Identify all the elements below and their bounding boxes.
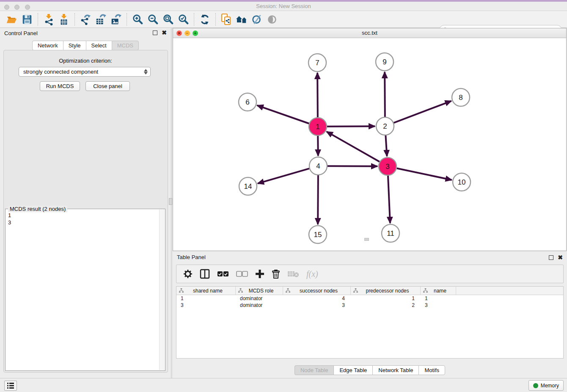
table-tab-motifs[interactable]: Motifs (418, 365, 445, 375)
toolbar-separator (194, 13, 194, 26)
control-panel-header: Control Panel ✖ (0, 28, 171, 39)
edge-1-4[interactable] (318, 136, 318, 156)
task-history-button[interactable] (4, 381, 17, 391)
add-row-icon[interactable] (255, 269, 264, 279)
table-tab-network-table[interactable]: Network Table (372, 365, 418, 375)
mcds-result-text[interactable]: 1 3 (6, 210, 159, 370)
edge-1-2[interactable] (327, 126, 375, 127)
edge-4-14[interactable] (258, 168, 309, 183)
toolbar-separator (215, 13, 216, 26)
toolbar-separator (74, 13, 75, 26)
column-header-predecessor-nodes[interactable]: predecessor nodes (351, 287, 421, 295)
criterion-dropdown[interactable]: strongly connected component (19, 67, 151, 77)
duplicate-network-icon[interactable] (219, 13, 234, 26)
table-panel: Table Panel ✖ (173, 252, 567, 378)
edge-2-3[interactable] (385, 135, 387, 156)
float-panel-icon[interactable] (549, 255, 553, 260)
cell-name[interactable]: 3 (421, 302, 456, 309)
close-panel-icon[interactable]: ✖ (162, 30, 167, 35)
table-toolbar: f(x) (176, 265, 564, 283)
column-header-name[interactable]: name (421, 287, 456, 295)
canvas-resize-handle[interactable] (364, 238, 369, 241)
node-label-8: 8 (459, 94, 462, 102)
column-header-MCDS-role[interactable]: MCDS role (236, 287, 283, 295)
refresh-layout-icon[interactable] (197, 13, 212, 26)
save-session-icon[interactable] (19, 13, 35, 26)
application-window: Session: New Session (0, 0, 567, 392)
table-tab-edge-table[interactable]: Edge Table (333, 365, 372, 375)
table-header-row: shared nameMCDS rolesuccessor nodesprede… (176, 287, 563, 295)
zoom-out-icon[interactable] (145, 13, 160, 26)
node-table[interactable]: shared nameMCDS rolesuccessor nodesprede… (176, 286, 564, 359)
network-minimize-button[interactable]: − (184, 30, 190, 36)
table-tab-node-table[interactable]: Node Table (295, 365, 334, 375)
table-rows: 1dominator4113dominator323 (176, 295, 563, 309)
column-header-successor-nodes[interactable]: successor nodes (283, 287, 351, 295)
delete-row-icon[interactable] (272, 269, 280, 279)
float-panel-icon[interactable] (153, 30, 157, 35)
open-session-icon[interactable] (4, 13, 19, 26)
table-row[interactable]: 1dominator411 (176, 295, 563, 302)
control-tab-network[interactable]: Network (32, 41, 63, 50)
column-header-shared-name[interactable]: shared name (176, 287, 236, 295)
run-mcds-button[interactable]: Run MCDS (40, 81, 80, 91)
network-canvas[interactable]: 7968124314101511 (173, 38, 566, 251)
edge-3-1[interactable] (327, 132, 380, 162)
export-network-icon[interactable] (78, 13, 93, 26)
cell-MCDS-role[interactable]: dominator (236, 295, 283, 302)
slashed-eye-icon[interactable] (249, 13, 264, 26)
zoom-in-icon[interactable] (130, 13, 145, 26)
edge-4-3[interactable] (328, 166, 377, 166)
export-table-icon[interactable] (93, 13, 108, 26)
edge-4-15[interactable] (318, 175, 318, 224)
node-label-11: 11 (387, 229, 394, 237)
import-table-icon[interactable] (56, 13, 72, 26)
network-window-titlebar: ✕ − + scc.txt (173, 28, 566, 38)
node-label-10: 10 (458, 178, 466, 186)
control-tab-style[interactable]: Style (63, 41, 86, 50)
close-panel-button[interactable]: Close panel (85, 81, 130, 91)
edge-2-9[interactable] (385, 72, 385, 117)
houses-icon[interactable] (234, 13, 249, 26)
toolbar-separator (38, 13, 38, 26)
memory-label: Memory (541, 383, 559, 389)
edge-3-10[interactable] (397, 168, 452, 180)
control-panel-title: Control Panel (0, 28, 171, 39)
settings-gear-icon[interactable] (183, 269, 193, 279)
node-label-2: 2 (383, 122, 387, 130)
edge-2-8[interactable] (394, 101, 451, 123)
close-panel-icon[interactable]: ✖ (558, 255, 563, 260)
result-scrollbar[interactable] (159, 210, 165, 370)
cell-MCDS-role[interactable]: dominator (236, 302, 283, 309)
import-network-icon[interactable] (41, 13, 56, 26)
cell-shared-name[interactable]: 1 (176, 295, 236, 302)
cell-successor-nodes[interactable]: 4 (283, 295, 351, 302)
cell-successor-nodes[interactable]: 3 (283, 302, 351, 309)
cell-predecessor-nodes[interactable]: 2 (351, 302, 421, 309)
edge-1-7[interactable] (317, 73, 318, 117)
function-builder-icon: f(x) (306, 269, 318, 279)
memory-button[interactable]: Memory (528, 380, 564, 391)
network-maximize-button[interactable]: + (193, 30, 198, 36)
cell-shared-name[interactable]: 3 (176, 302, 236, 309)
main-toolbar (0, 11, 567, 28)
zoom-selected-icon[interactable] (176, 13, 191, 26)
cell-name[interactable]: 1 (421, 295, 456, 302)
deselect-all-icon[interactable] (236, 271, 248, 277)
split-columns-icon[interactable] (200, 269, 210, 279)
node-label-14: 14 (244, 182, 252, 190)
cell-predecessor-nodes[interactable]: 1 (351, 295, 421, 302)
edge-1-6[interactable] (257, 105, 309, 124)
export-image-icon[interactable] (108, 13, 124, 26)
zoom-fit-icon[interactable] (160, 13, 176, 26)
control-tab-select[interactable]: Select (86, 41, 112, 50)
select-all-icon[interactable] (217, 271, 229, 277)
panel-divider-handle[interactable] (169, 198, 172, 205)
network-graph[interactable]: 7968124314101511 (173, 38, 566, 251)
table-panel-title: Table Panel (173, 252, 567, 263)
network-close-button[interactable]: ✕ (176, 30, 182, 36)
edge-3-11[interactable] (388, 176, 390, 223)
control-tab-mcds[interactable]: MCDS (112, 41, 139, 50)
table-row[interactable]: 3dominator323 (176, 302, 563, 309)
table-panel-tabs: Node TableEdge TableNetwork TableMotifs (173, 365, 567, 375)
